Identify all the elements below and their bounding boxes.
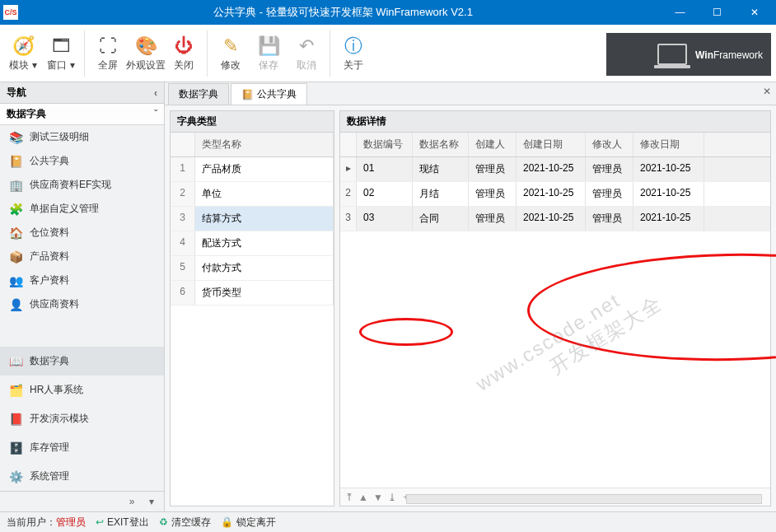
nav-item[interactable]: 👥客户资料 [0,268,164,292]
next-icon[interactable]: ▼ [373,492,383,503]
nav-group[interactable]: 数据字典ˇ [0,104,164,125]
tab-label: 公共字典 [257,87,297,101]
tabs-close-icon[interactable]: ✕ [763,86,771,97]
data-row[interactable]: ▸ 01 现结 管理员 2021-10-25 管理员 2021-10-25 [340,157,770,182]
nav-panel: 导航‹ 数据字典ˇ 📚测试三级明细📔公共字典🏢供应商资料EF实现🧩单据自定义管理… [0,82,165,511]
cell-no: 01 [357,157,413,181]
close-button[interactable]: ⏻关闭 [166,29,202,78]
appearance-button[interactable]: 🎨外观设置 [128,29,164,78]
col-creator[interactable]: 创建人 [469,133,517,156]
dict-type-cell: 单位 [195,182,334,206]
minimize-button[interactable]: — [661,0,699,25]
current-user-label: 当前用户： [7,516,56,528]
nav-item-icon: 🏢 [8,179,23,192]
nav-item[interactable]: 📚测试三级明细 [0,125,164,149]
dict-type-row[interactable]: 2单位 [171,182,334,207]
dict-type-row[interactable]: 5付款方式 [171,256,334,281]
col-modifier[interactable]: 修改人 [586,133,633,156]
module-icon: 🗄️ [8,441,23,455]
tab[interactable]: 📔公共字典 [231,83,307,105]
tab-icon: 📔 [241,89,254,100]
tabs-bar: 数据字典📔公共字典 ✕ [165,82,776,105]
nav-item[interactable]: 📔公共字典 [0,149,164,173]
exit-button[interactable]: ↩EXIT登出 [96,516,149,530]
nav-collapse-icon[interactable]: ‹ [154,87,157,99]
nav-module[interactable]: 🗂️HR人事系统 [0,376,164,404]
dict-type-row[interactable]: 1产品材质 [171,157,334,182]
data-detail-panel: 数据详情 数据编号 数据名称 创建人 创建日期 修改人 修改日期 ▸ 01 现结… [339,110,771,506]
save-icon: 💾 [258,34,280,58]
about-button[interactable]: ⓘ关于 [335,29,372,78]
current-user: 管理员 [56,516,86,528]
palette-icon: 🎨 [135,34,157,58]
dict-type-row[interactable]: 4配送方式 [171,231,334,256]
row-indicator: ▸ [340,157,357,181]
dict-type-cell: 货币类型 [195,281,334,305]
nav-module[interactable]: 📕开发演示模块 [0,404,164,433]
row-indicator: 3 [340,207,357,231]
titlebar: C/S 公共字典 - 轻量级可快速开发框架 WinFramework V2.1 … [0,0,776,25]
dict-type-row[interactable]: 6货币类型 [171,281,334,306]
nav-module[interactable]: 🗄️库存管理 [0,433,164,462]
close-window-button[interactable]: ✕ [736,0,773,25]
nav-module[interactable]: ⚙️系统管理 [0,462,164,491]
col-data-name[interactable]: 数据名称 [413,133,469,156]
tab[interactable]: 数据字典 [168,83,229,105]
window-button[interactable]: 🗔窗口 ▾ [43,29,79,78]
col-modify-date[interactable]: 修改日期 [633,133,704,156]
cell-cdate: 2021-10-25 [517,157,586,181]
first-icon[interactable]: ⤒ [345,492,353,503]
cell-creator: 管理员 [469,157,517,181]
cell-no: 03 [357,207,413,231]
dict-type-header[interactable]: 类型名称 [195,133,334,156]
nav-menu-icon[interactable]: ▾ [144,494,159,509]
col-data-no[interactable]: 数据编号 [357,133,413,156]
cell-no: 02 [357,182,413,206]
nav-item[interactable]: 🧩单据自定义管理 [0,197,164,221]
h-scrollbar[interactable] [406,494,762,504]
cell-cdate: 2021-10-25 [517,207,586,231]
prev-icon[interactable]: ▲ [358,492,368,503]
nav-item-label: 供应商资料 [30,297,79,311]
nav-item[interactable]: 📦产品资料 [0,245,164,268]
clear-cache-button[interactable]: ♻清空缓存 [159,516,211,530]
data-row[interactable]: 2 02 月结 管理员 2021-10-25 管理员 2021-10-25 [340,182,770,207]
nav-item-icon: 👤 [8,298,23,311]
nav-item[interactable]: 👤供应商资料 [0,292,164,316]
chevron-down-icon: ˇ [154,109,157,120]
nav-item-label: 仓位资料 [30,226,69,240]
maximize-button[interactable]: ☐ [699,0,736,25]
dict-type-panel: 字典类型 类型名称 1产品材质2单位3结算方式4配送方式5付款方式6货币类型 [170,110,334,506]
fullscreen-button[interactable]: ⛶全屏 [90,29,126,78]
nav-title: 导航‹ [0,82,164,104]
row-number: 3 [171,207,195,231]
nav-item[interactable]: 🏢供应商资料EF实现 [0,173,164,197]
cell-creator: 管理员 [469,207,517,231]
col-create-date[interactable]: 创建日期 [517,133,586,156]
lock-button[interactable]: 🔒锁定离开 [221,516,276,530]
cell-modifier: 管理员 [586,207,633,231]
row-number: 5 [171,256,195,280]
modify-button[interactable]: ✎修改 [213,29,249,78]
pencil-icon: ✎ [223,34,238,58]
dict-type-row[interactable]: 3结算方式 [171,207,334,231]
toolbar: 🧭模块 ▾ 🗔窗口 ▾ ⛶全屏 🎨外观设置 ⏻关闭 ✎修改 💾保存 ↶取消 ⓘ关… [0,25,776,82]
nav-expand-icon[interactable]: » [124,494,139,509]
data-detail-title: 数据详情 [340,111,770,133]
cell-mdate: 2021-10-25 [633,207,704,231]
cell-mdate: 2021-10-25 [633,157,704,181]
cell-modifier: 管理员 [586,157,633,181]
info-icon: ⓘ [344,34,362,58]
module-button[interactable]: 🧭模块 ▾ [5,29,41,78]
nav-module[interactable]: 📖数据字典 [0,347,164,376]
data-row[interactable]: 3 03 合同 管理员 2021-10-25 管理员 2021-10-25 [340,207,770,231]
dict-type-cell: 付款方式 [195,256,334,280]
nav-item-label: 供应商资料EF实现 [30,178,111,192]
module-icon: 🗂️ [8,384,23,397]
last-icon[interactable]: ⤓ [388,492,396,503]
module-label: 数据字典 [30,354,69,368]
tab-label: 数据字典 [179,87,218,101]
nav-item[interactable]: 🏠仓位资料 [0,221,164,245]
row-number: 1 [171,157,195,181]
cell-creator: 管理员 [469,182,517,206]
